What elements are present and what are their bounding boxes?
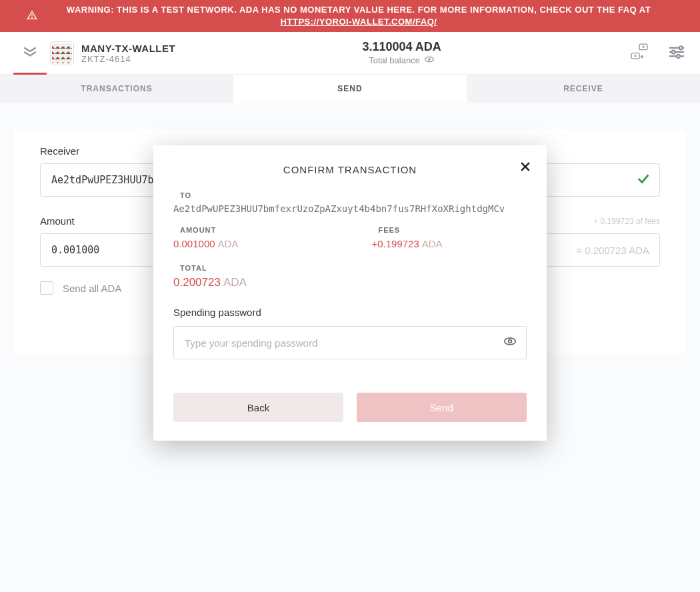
toggle-password-icon[interactable] [503, 334, 517, 351]
spending-password-label: Spending password [173, 307, 527, 318]
total-value: 0.200723 [173, 276, 221, 289]
svg-point-16 [505, 338, 516, 345]
to-label: TO [180, 191, 527, 199]
total-heading: TOTAL [180, 264, 527, 272]
send-button[interactable]: Send [357, 393, 527, 422]
modal-overlay: CONFIRM TRANSACTION TO Ae2tdPwUPEZ3HUU7b… [0, 0, 700, 592]
back-button[interactable]: Back [173, 393, 343, 422]
svg-point-17 [509, 340, 512, 343]
spending-password-input[interactable] [173, 326, 527, 359]
modal-title: CONFIRM TRANSACTION [173, 164, 527, 175]
amount-currency: ADA [218, 238, 239, 249]
close-icon[interactable] [519, 160, 532, 176]
amount-heading: AMOUNT [180, 226, 238, 234]
fees-heading: FEES [378, 226, 442, 234]
fees-value: +0.199723 [371, 238, 419, 249]
amount-value: 0.001000 [173, 238, 215, 249]
total-currency: ADA [223, 276, 247, 289]
confirm-transaction-modal: CONFIRM TRANSACTION TO Ae2tdPwUPEZ3HUU7b… [153, 145, 547, 441]
fees-currency: ADA [422, 238, 443, 249]
to-address: Ae2tdPwUPEZ3HUU7bmfexrUzoZpAZxuyt4b4bn7f… [173, 203, 527, 214]
